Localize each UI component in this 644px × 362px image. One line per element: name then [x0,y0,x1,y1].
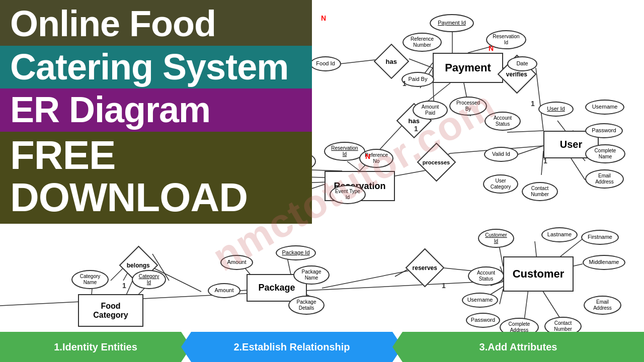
label-n3: N [365,152,370,160]
attr-processed-by-payment: ProcessedBy [449,97,487,116]
attr-user-category: UserCategory [483,174,518,194]
label-n1: N [321,14,326,22]
title-line3: ER Diagram [0,88,312,132]
attr-date: Date [507,56,537,71]
bottom-bar: 1.Identity Entities 2.Establish Relation… [0,332,644,362]
title-line1: Online Food [0,0,312,46]
diamond-has1: has [374,44,410,79]
label-1-d: 1 [543,157,547,165]
attr-food-id: Food Id [310,56,341,71]
attr-password-cust: Password [466,313,500,328]
label-1-b: 1 [414,125,418,133]
label-1-a: 1 [403,79,407,87]
attr-user-id: User Id [538,102,574,117]
attr-contact-number-user: ContactNumber [522,182,558,201]
entity-customer: Customer [503,256,574,292]
attr-amount-paid: AmountPaid [413,101,448,120]
attr-email-address-cust: EmailAddress [584,296,621,315]
entity-payment: Payment [433,53,503,83]
attr-account-status-user: AccountStatus [485,112,521,131]
step3: 3.Add Attributes [392,332,644,362]
attr-middlename: Middlename [583,255,625,270]
title-line2: Catering System [0,46,312,89]
label-1-c: 1 [531,100,535,108]
attr-account-status-cust: AccountStatus [468,266,504,286]
diamond-reserves: reserves [406,248,445,288]
label-n2: N [489,44,494,52]
title-line4: FREE DOWNLOAD [0,132,312,224]
attr-reference-no: ReferenceNo [359,149,393,168]
attr-username-cust: Username [462,293,498,308]
attr-complete-name-user: CompleteName [585,144,625,163]
left-panel: Online Food Catering System ER Diagram F… [0,0,312,332]
attr-event-type-id: Event TypeId [330,185,366,204]
step2: 2.Establish Relationship [181,332,403,362]
attr-lastname: Lastname [541,227,578,242]
attr-customer-id: CustomerId [478,229,514,248]
attr-valid-id: Valid Id [484,147,518,162]
attr-payment-id: Payment Id [430,14,474,32]
attr-reference-number: ReferenceNumber [403,33,442,52]
attr-username-user: Username [585,100,624,115]
diamond-processes: processes [417,143,456,182]
step1: 1.Identity Entities [0,332,191,362]
attr-firstname: Firstname [581,230,619,245]
attr-email-address-user: EmailAddress [585,169,624,189]
label-1-f: 1 [442,282,446,290]
attr-password-user: Password [585,123,623,138]
